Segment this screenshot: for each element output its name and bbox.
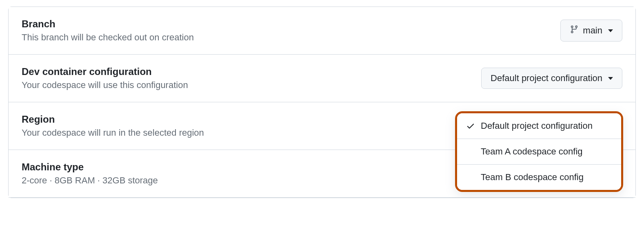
caret-down-icon — [608, 77, 613, 80]
codespace-settings-panel: Branch This branch will be checked out o… — [0, 7, 644, 198]
git-branch-icon — [570, 25, 579, 36]
check-placeholder — [466, 173, 475, 182]
check-placeholder — [466, 147, 475, 156]
branch-text: Branch This branch will be checked out o… — [22, 18, 194, 43]
branch-select-button[interactable]: main — [560, 20, 622, 42]
devcontainer-row: Dev container configuration Your codespa… — [9, 55, 635, 102]
branch-description: This branch will be checked out on creat… — [22, 32, 194, 43]
region-description: Your codespace will run in the selected … — [22, 128, 204, 138]
branch-title: Branch — [22, 18, 194, 30]
branch-row: Branch This branch will be checked out o… — [9, 7, 635, 55]
devcontainer-title: Dev container configuration — [22, 66, 188, 77]
devcontainer-option-label: Default project configuration — [481, 121, 593, 131]
devcontainer-option-label: Team B codespace config — [481, 172, 584, 183]
region-text: Region Your codespace will run in the se… — [22, 114, 204, 138]
devcontainer-dropdown-menu: Default project configuration Team A cod… — [455, 111, 623, 192]
caret-down-icon — [608, 29, 613, 32]
machine-text: Machine type 2-core · 8GB RAM · 32GB sto… — [22, 161, 158, 186]
devcontainer-description: Your codespace will use this configurati… — [22, 80, 188, 90]
devcontainer-option-team-a[interactable]: Team A codespace config — [457, 139, 621, 165]
region-title: Region — [22, 114, 204, 125]
check-icon — [466, 121, 475, 130]
settings-list: Branch This branch will be checked out o… — [8, 7, 636, 198]
devcontainer-option-team-b[interactable]: Team B codespace config — [457, 165, 621, 190]
machine-title: Machine type — [22, 161, 158, 173]
machine-description: 2-core · 8GB RAM · 32GB storage — [22, 175, 158, 186]
devcontainer-selected-label: Default project configuration — [491, 73, 602, 84]
devcontainer-option-label: Team A codespace config — [481, 146, 583, 157]
devcontainer-option-default[interactable]: Default project configuration — [457, 113, 621, 139]
branch-selected-label: main — [583, 25, 602, 36]
devcontainer-select-button[interactable]: Default project configuration — [481, 68, 622, 89]
devcontainer-text: Dev container configuration Your codespa… — [22, 66, 188, 90]
